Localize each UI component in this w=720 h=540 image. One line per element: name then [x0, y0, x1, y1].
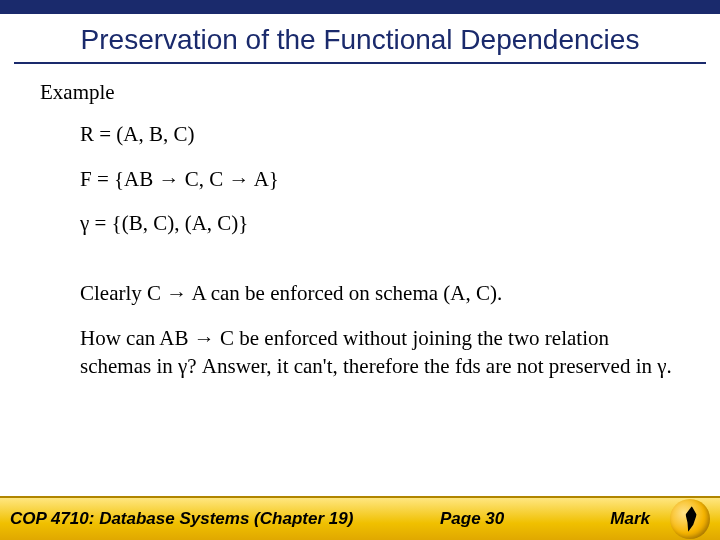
slide: Preservation of the Functional Dependenc…: [0, 0, 720, 540]
ucf-logo-icon: [670, 499, 710, 539]
line-clearly: Clearly C → A can be enforced on schema …: [80, 279, 680, 307]
footer-course: COP 4710: Database Systems (Chapter 19): [0, 509, 353, 529]
line-how: How can AB → C be enforced without joini…: [80, 324, 680, 381]
title-underline: [14, 62, 706, 64]
example-label: Example: [40, 78, 680, 106]
line-r: R = (A, B, C): [80, 120, 680, 148]
footer-bar: COP 4710: Database Systems (Chapter 19) …: [0, 496, 720, 540]
footer-page: Page 30: [440, 509, 504, 529]
line-gamma: γ = {(B, C), (A, C)}: [80, 209, 680, 237]
spacer: [40, 253, 680, 279]
slide-body: Example R = (A, B, C) F = {AB → C, C → A…: [0, 78, 720, 380]
pegasus-icon: [678, 505, 701, 534]
slide-title: Preservation of the Functional Dependenc…: [0, 14, 720, 62]
footer-author: Mark: [610, 509, 650, 529]
line-f: F = {AB → C, C → A}: [80, 165, 680, 193]
